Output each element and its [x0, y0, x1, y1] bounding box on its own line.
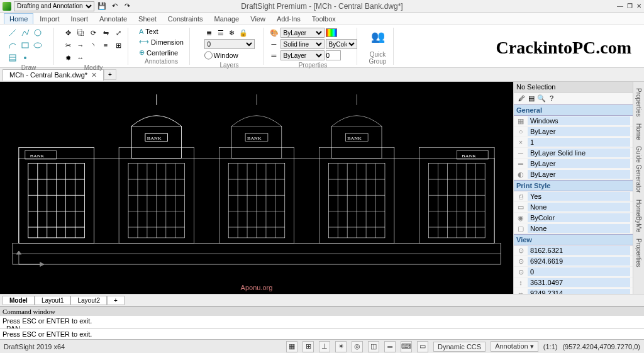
status-snap-icon[interactable]: ▦ [286, 341, 297, 352]
layer-freeze-icon[interactable]: ❄ [227, 28, 237, 38]
maximize-icon[interactable]: ❐ [627, 3, 633, 9]
lineweight-value[interactable] [326, 50, 341, 60]
file-tab-add[interactable]: + [104, 69, 116, 80]
status-qinput-icon[interactable]: ⌨ [401, 341, 412, 352]
drawing-canvas[interactable]: BANK BANK BANK BANK BANK Aponu.org [0, 82, 513, 294]
prop-table-value[interactable]: None [528, 224, 630, 233]
layer-window-radio[interactable] [204, 50, 213, 60]
sidetab-home[interactable]: Home [635, 123, 642, 140]
prop-section-view[interactable]: View [514, 234, 633, 245]
tab-addins[interactable]: Add-Ins [272, 14, 306, 24]
save-icon[interactable]: 💾 [97, 1, 107, 11]
prop-width-value[interactable]: 9249.2314 [528, 289, 630, 294]
tab-annotate[interactable]: Annotate [94, 14, 132, 24]
status-model-icon[interactable]: ▭ [417, 341, 428, 352]
sidetab-homebyme[interactable]: HomeByMe [635, 199, 642, 232]
minimize-icon[interactable]: — [617, 3, 623, 9]
tab-view[interactable]: View [245, 14, 270, 24]
text-tool[interactable]: AText [139, 28, 158, 35]
sheet-tab-layout1[interactable]: Layout1 [35, 296, 71, 305]
layer-lock-icon[interactable]: 🔒 [238, 28, 248, 38]
prop-qselect-icon[interactable]: 🔍 [536, 93, 547, 103]
scale-icon[interactable]: ⤢ [113, 28, 123, 38]
file-tab-close-icon[interactable]: ✕ [91, 71, 97, 79]
status-polar-icon[interactable]: ✴ [335, 341, 347, 352]
linecolor-icon[interactable]: 🎨 [269, 28, 279, 38]
sidetab-guide[interactable]: Guide Generator [635, 146, 642, 193]
status-annotation[interactable]: Annotation ▾ [491, 341, 538, 352]
prop-layer-value[interactable]: Windows [528, 116, 630, 125]
prop-plotcolor-value[interactable]: ByColor [528, 213, 630, 222]
tab-toolbox[interactable]: Toolbox [307, 14, 341, 24]
prop-centerz-value[interactable]: 0 [528, 267, 630, 276]
command-input[interactable]: Press ESC or ENTER to exit. [0, 328, 644, 339]
dimension-tool[interactable]: ⟷Dimension [139, 38, 184, 46]
circle-icon[interactable] [33, 28, 43, 38]
move-icon[interactable]: ✥ [63, 28, 73, 38]
rotate-icon[interactable]: ⟳ [88, 28, 98, 38]
sheet-tab-layout2[interactable]: Layout2 [70, 296, 107, 305]
linetype-select[interactable]: Solid line [280, 39, 325, 49]
sidetab-properties[interactable]: Properties [635, 88, 642, 117]
status-ortho-icon[interactable]: ⊥ [319, 341, 330, 352]
layer-states-icon[interactable]: ☰ [216, 28, 226, 38]
quick-group-icon[interactable]: 👥 [369, 28, 387, 45]
redo-icon[interactable]: ↷ [122, 1, 132, 11]
bycolor-select[interactable]: ByColor [326, 39, 357, 49]
status-grid-icon[interactable]: ⊞ [303, 341, 314, 352]
rect-icon[interactable] [20, 40, 30, 50]
linetype-icon[interactable]: ─ [269, 39, 279, 49]
prop-lineweight-value[interactable]: ByLayer [528, 159, 630, 168]
point-icon[interactable] [20, 53, 30, 63]
tab-sheet[interactable]: Sheet [133, 14, 162, 24]
layer-manager-icon[interactable]: ≣ [204, 28, 214, 38]
offset-icon[interactable]: ≡ [101, 40, 111, 50]
lineweight-icon[interactable]: ═ [269, 50, 279, 60]
tab-manage[interactable]: Manage [209, 14, 244, 24]
sheet-tab-model[interactable]: Model [3, 296, 35, 305]
layer-current-select[interactable]: 0 [204, 39, 255, 49]
status-dynamic-ccs[interactable]: Dynamic CCS [433, 342, 486, 352]
status-lwt-icon[interactable]: ═ [384, 341, 396, 352]
prop-filter-icon[interactable]: ▤ [526, 93, 536, 103]
prop-centery-value[interactable]: 6924.6619 [528, 257, 630, 266]
extend-icon[interactable]: → [75, 40, 86, 50]
polyline-icon[interactable] [20, 28, 30, 38]
array-icon[interactable]: ⊞ [113, 40, 123, 50]
prop-linetype-value[interactable]: ByLayer Solid line [528, 148, 630, 157]
lineweight-select[interactable]: ByLayer [280, 50, 325, 60]
prop-pick-icon[interactable]: 🖉 [516, 93, 526, 103]
undo-icon[interactable]: ↶ [109, 1, 119, 11]
trim-icon[interactable]: ✂ [63, 40, 73, 50]
stretch-icon[interactable]: ↔ [75, 53, 86, 63]
tab-insert[interactable]: Insert [66, 14, 94, 24]
tab-constraints[interactable]: Constraints [163, 14, 208, 24]
tab-import[interactable]: Import [35, 14, 64, 24]
linecolor-select[interactable]: ByLayer [280, 28, 325, 38]
status-anno-scale[interactable]: (1:1) [543, 343, 558, 350]
ellipse-icon[interactable] [33, 40, 43, 50]
prop-section-general[interactable]: General [514, 104, 633, 116]
prop-color-value[interactable]: ByLayer [528, 127, 630, 136]
line-icon[interactable] [8, 28, 18, 38]
prop-centerx-value[interactable]: 8162.6321 [528, 246, 630, 255]
hatch-icon[interactable] [8, 53, 18, 63]
centerline-tool[interactable]: ⊕Centerline [139, 48, 178, 57]
workspace-selector[interactable]: Drafting and Annotation [14, 1, 94, 11]
color-swatch-icon[interactable] [326, 28, 337, 37]
prop-style-value[interactable]: None [528, 203, 630, 211]
fillet-icon[interactable]: ◝ [88, 40, 98, 50]
sheet-tab-add[interactable]: + [107, 296, 125, 305]
prop-height-value[interactable]: 3631.0497 [528, 278, 630, 287]
close-icon[interactable]: ✕ [636, 3, 641, 9]
tab-home[interactable]: Home [4, 13, 33, 24]
prop-transparency-value[interactable]: ByLayer [528, 170, 630, 179]
sidetab-properties2[interactable]: Properties [635, 238, 642, 267]
prop-printable-value[interactable]: Yes [528, 192, 630, 201]
status-esnap-icon[interactable]: ◎ [352, 341, 363, 352]
prop-scale-value[interactable]: 1 [528, 138, 630, 147]
mirror-icon[interactable]: ⇋ [101, 28, 111, 38]
explode-icon[interactable]: ✸ [63, 53, 73, 63]
prop-help-icon[interactable]: ? [547, 93, 557, 103]
status-etrack-icon[interactable]: ◫ [368, 341, 379, 352]
